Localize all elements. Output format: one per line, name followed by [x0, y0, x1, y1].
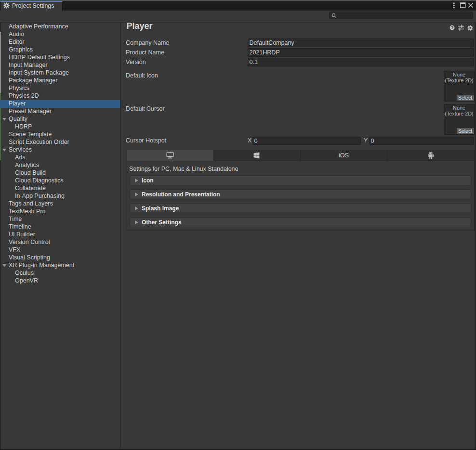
svg-text:?: ? [451, 25, 453, 30]
